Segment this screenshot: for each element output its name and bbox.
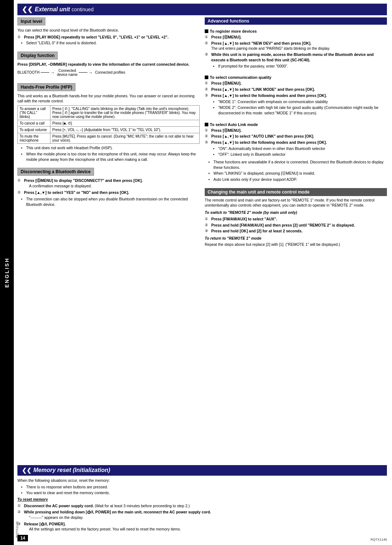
al-step2: ② Press [▲,▼] to select "AUTO LINK" and … [205,134,387,139]
register-section: To register more devices ① Press [⓪MENU]… [205,29,387,70]
auto-link-section: To select Auto Link mode ① Press [⓪MENU]… [205,122,387,183]
table-row: To answer a call("IN CALL" blinks) Press… [18,106,200,120]
al-step1: ① Press [⓪MENU]. [205,128,387,133]
register-step3: ③ While this unit is in pairing mode, ac… [205,52,387,69]
black-square-icon [205,29,208,33]
disconnect-steps: ① Press [⓪MENU] to display "DISCONNECT?"… [17,178,200,195]
register-title: To register more devices [205,29,387,33]
advanced-heading: Advanced functions [205,17,387,25]
table-row: To adjust volume Press [+, VOL –, –] (Ad… [18,127,200,133]
hfp-row1-label: To answer a call("IN CALL" blinks) [18,106,50,120]
table-row: To mute the microphone Press [MUTE]. Pre… [18,133,200,144]
diag-left: BLUETOOTH [17,70,40,74]
hfp-row3-desc: Press [+, VOL –, –] (Adjustable from "TE… [50,127,200,133]
hfp-row4-label: To mute the microphone [18,133,50,144]
display-function-section: Display function Press [DISPLAY, –DIMMER… [17,52,200,78]
change-mode-header: Changing the main unit and remote contro… [205,188,387,196]
reset-steps: ① Disconnect the AC power supply cord. (… [17,503,387,532]
sidebar-label: ENGLISH [4,257,10,288]
left-column: Input level You can select the sound inp… [17,17,200,461]
switch-title: To switch to "REMOTE 2" mode (by main un… [205,210,387,215]
hfp-intro: This unit works as a Bluetooth hands-fre… [17,93,200,104]
return-note: Repeat the steps above but replace [2] w… [205,242,387,247]
disconnect-bullets: The connection can also be stopped when … [17,196,200,207]
display-diagram: BLUETOOTH → Connecteddevice name → Conne… [17,69,200,77]
hfp-bullet1: This unit does not work with Headset Pro… [21,145,200,151]
header-title: External unit continued [35,6,94,13]
table-row: To cancel a call Press [■, ✆]. [18,120,200,127]
sw-step3: ③ Press and hold [OK] and [2] for at lea… [205,228,387,234]
input-level-bullet1: Select "LEVEL 0" if the sound is distort… [21,40,200,46]
diag-arrow1: → [50,70,55,75]
page-number: 14 [17,535,28,541]
cq-step1: ① Press [⓪MENU]. [205,81,387,86]
hfp-bullet2: When the mobile phone is too close to th… [21,151,200,162]
reset-title: To reset memory [17,497,387,502]
cq-step2: ② Press [▲,▼] to select "LINK MODE" and … [205,87,387,92]
hfp-bullets: This unit does not work with Headset Pro… [17,145,200,162]
disconnect-step2: ② Press [▲,▼] to select "YES" or "NO" an… [17,190,200,195]
right-column: Advanced functions To register more devi… [205,17,387,461]
memory-intro: When the following situations occur, res… [17,478,387,483]
auto-link-notes: These functions are unavailable if a dev… [205,159,387,182]
comm-quality-steps: ① Press [⓪MENU]. ② Press [▲,▼] to select… [205,81,387,116]
comm-quality-title: To select communication quality [205,75,387,80]
auto-link-title: To select Auto Link mode [205,122,387,127]
memory-reset-title: Memory reset (Initialization) [33,467,110,473]
display-function-intro: Press [DISPLAY, –DIMMER] repeatedly to v… [17,62,200,67]
input-level-intro: You can select the sound input level of … [17,28,200,33]
switch-steps: ① Press [FM/AM/AUX] to select "AUX". ② P… [205,216,387,234]
hfp-row4-desc: Press [MUTE]. Press again to cancel. (Du… [50,133,200,144]
hfp-section: Hands-Free Profile (HFP) This unit works… [17,83,200,163]
disconnect-step1: ① Press [⓪MENU] to display "DISCONNECT?"… [17,178,200,188]
sw-step1: ① Press [FM/AM/AUX] to select "AUX". [205,216,387,222]
return-title: To return to "REMOTE 1" mode [205,236,387,241]
memory-reset-header: ❮❮ Memory reset (Initialization) [17,465,387,476]
cq-step3: ③ Press [▲,▼] to select the following mo… [205,93,387,117]
input-level-bullets: Select "LEVEL 0" if the sound is distort… [17,40,200,46]
main-content: ❮❮ External unit continued Input level Y… [14,0,392,545]
disconnect-section: Disconnecting a Bluetooth device ① Press… [17,168,200,208]
diag-arrow2: → [89,70,93,75]
register-step1: ① Press [⓪MENU]. [205,34,387,40]
page-num-area: 14 RQTX1146 [17,535,387,541]
hfp-row2-desc: Press [■, ✆]. [50,120,200,127]
external-unit-header: ❮❮ External unit continued [17,4,387,15]
display-function-heading: Display function [17,52,58,60]
hfp-row1-desc: Press [ ✆ ]. "CALLING" starts blinking o… [50,106,200,120]
diag-right: Connected profiles [95,70,125,74]
disconnect-bullet1: The connection can also be stopped when … [21,196,200,207]
register-steps: ① Press [⓪MENU]. ② Press [▲,▼] to select… [205,34,387,69]
register-step2: ② Press [▲,▼] to select "NEW DEV" and th… [205,41,387,52]
advanced-header-block: Advanced functions [205,17,387,26]
sidebar: ENGLISH [0,0,14,545]
comm-quality-section: To select communication quality ① Press … [205,75,387,117]
chevrons-icon: ❮❮ [22,5,33,13]
mem-bullet1: There is no response when buttons are pr… [21,484,387,490]
input-level-section: Input level You can select the sound inp… [17,17,200,46]
black-square-icon2 [205,76,208,79]
memory-reset-section: ❮❮ Memory reset (Initialization) When th… [17,465,387,541]
reset-step1: ① Disconnect the AC power supply cord. (… [17,503,387,509]
hfp-row3-label: To adjust volume [18,127,50,133]
al-step3: ③ Press [▲,▼] to select the following mo… [205,140,387,158]
input-level-heading: Input level [17,17,45,25]
auto-link-steps: ① Press [⓪MENU]. ② Press [▲,▼] to select… [205,128,387,158]
input-level-steps: ① Press [PLAY MODE] repeatedly to select… [17,34,200,40]
hfp-row2-label: To cancel a call [18,120,50,127]
rqtx-vertical: RQTX1146 [15,521,19,538]
mem-bullet2: You want to clear and reset the memory c… [21,490,387,496]
hfp-heading: Hands-Free Profile (HFP) [17,83,75,91]
reset-step2: ② While pressing and holding down [⏻/I, … [17,509,387,520]
sw-step2: ② Press and hold [FM/AM/AUX] and then pr… [205,223,387,228]
memory-chevrons-icon: ❮❮ [22,467,31,474]
diag-mid: Connecteddevice name [57,69,78,77]
change-mode-intro: The remote control and main unit are fac… [205,198,387,208]
memory-bullets: There is no response when buttons are pr… [17,484,387,496]
two-col-layout: Input level You can select the sound inp… [17,17,387,461]
input-level-step1: ① Press [PLAY MODE] repeatedly to select… [17,34,200,40]
disconnect-heading: Disconnecting a Bluetooth device [17,168,94,176]
hfp-table: To answer a call("IN CALL" blinks) Press… [17,105,200,144]
black-square-icon3 [205,123,208,126]
rqtx-code: RQTX1146 [371,538,387,541]
